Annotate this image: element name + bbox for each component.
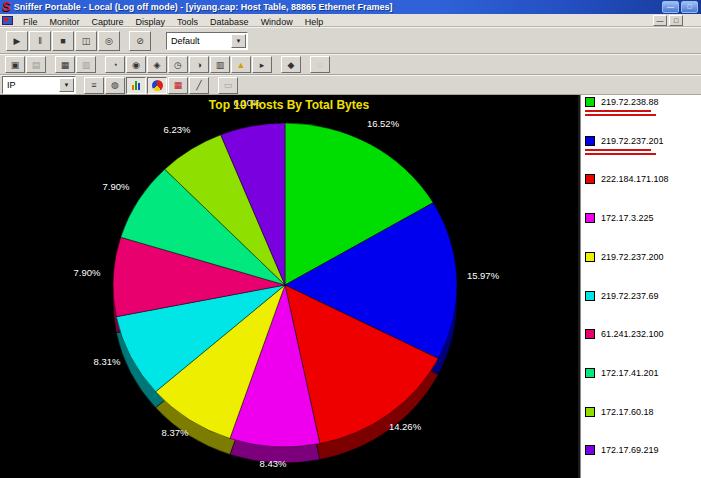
stop-capture-button[interactable]: ■ <box>52 31 74 51</box>
legend-underline <box>585 149 651 151</box>
sniffer-portable-window: S Sniffer Portable - Local (Log off mode… <box>0 0 701 478</box>
legend-swatch <box>585 445 595 455</box>
chart-legend: 219.72.238.88219.72.237.201222.184.171.1… <box>578 95 701 478</box>
decode-button[interactable]: ▸ <box>252 56 272 73</box>
legend-label: 172.17.41.201 <box>601 368 659 379</box>
legend-swatch <box>585 368 595 378</box>
legend-swatch <box>585 213 595 223</box>
legend-underline <box>585 153 656 155</box>
legend-swatch <box>585 291 595 301</box>
document-icon <box>2 16 13 25</box>
legend-label: 219.72.237.201 <box>601 136 664 147</box>
pie-percent-label: 6.23% <box>164 124 191 135</box>
pie-chart: 16.52%15.97%14.26%8.43%8.37%8.31%7.90%7.… <box>0 95 578 478</box>
legend-item[interactable]: 172.17.69.219 <box>585 445 659 478</box>
sniffer-logo-icon: S <box>2 1 11 13</box>
pause-capture-button[interactable]: ‖ <box>29 31 51 51</box>
find-button[interactable]: ◎ <box>98 31 120 51</box>
capture-panel-button[interactable]: ◫ <box>75 31 97 51</box>
legend-underline <box>585 110 651 112</box>
legend-item[interactable]: 219.72.237.69 <box>585 291 659 329</box>
outline-view-button[interactable]: ≡ <box>84 77 104 94</box>
protocol-combobox-value: IP <box>3 80 59 90</box>
host-table-button[interactable]: ◉ <box>126 56 146 73</box>
profile-combobox-value: Default <box>167 36 231 46</box>
open-file-button[interactable]: ▣ <box>5 56 25 73</box>
legend-item[interactable]: 172.17.60.18 <box>585 407 654 445</box>
legend-swatch <box>585 252 595 262</box>
main-toolbar: ▣ ▤ ▦ ▥ ◔ ◉ ◈ ◷ ◑ ▥ ▲ ▸ ◆ ◌ <box>0 54 701 75</box>
pie-chart-view-button[interactable] <box>147 77 167 94</box>
legend-item[interactable]: 61.241.232.100 <box>585 329 664 367</box>
chevron-down-icon[interactable]: ▼ <box>231 34 246 48</box>
pie-percent-label: 8.43% <box>260 458 287 469</box>
legend-item[interactable]: 219.72.238.88 <box>585 97 659 135</box>
legend-label: 219.72.237.200 <box>601 252 664 263</box>
legend-label: 222.184.171.108 <box>601 174 669 185</box>
print-button[interactable]: ▦ <box>55 56 75 73</box>
legend-swatch <box>585 329 595 339</box>
alarm-log-button[interactable]: ▲ <box>231 56 251 73</box>
stop-monitor-button[interactable]: ◌ <box>310 56 330 73</box>
line-chart-view-button[interactable]: ╱ <box>189 77 209 94</box>
protocol-distribution-button[interactable]: ◑ <box>189 56 209 73</box>
pie-percent-label: 7.90% <box>74 267 101 278</box>
legend-swatch <box>585 174 595 184</box>
child-restore-button[interactable]: □ <box>669 15 683 26</box>
global-statistics-button[interactable]: ▥ <box>210 56 230 73</box>
legend-swatch <box>585 97 595 107</box>
chart-title: Top 10 Hosts By Total Bytes <box>0 98 578 112</box>
protocol-combobox[interactable]: IP ▼ <box>2 76 76 94</box>
legend-label: 61.241.232.100 <box>601 329 664 340</box>
dashboard-button[interactable]: ◔ <box>105 56 125 73</box>
view-toolbar: IP ▼ ≡ ◍ ▦ ╱ ▭ <box>0 75 701 95</box>
legend-item[interactable]: 219.72.237.201 <box>585 136 664 174</box>
profile-combobox[interactable]: Default ▼ <box>166 32 248 50</box>
print-preview-button[interactable]: ▥ <box>76 56 96 73</box>
legend-swatch <box>585 136 595 146</box>
legend-label: 172.17.60.18 <box>601 407 654 418</box>
capture-toolbar: ▶ ‖ ■ ◫ ◎ ⊘ Default ▼ <box>0 27 701 54</box>
pie-chart-panel: 16.52%15.97%14.26%8.43%8.37%8.31%7.90%7.… <box>0 95 578 478</box>
legend-item[interactable]: 172.17.41.201 <box>585 368 659 406</box>
legend-item[interactable]: 222.184.171.108 <box>585 174 669 212</box>
pie-chart-icon <box>152 80 163 91</box>
matrix-button[interactable]: ◈ <box>147 56 167 73</box>
history-samples-button[interactable]: ◷ <box>168 56 188 73</box>
map-view-button[interactable]: ◍ <box>105 77 125 94</box>
export-button[interactable]: ▭ <box>218 77 238 94</box>
minimize-button[interactable]: — <box>662 1 679 13</box>
legend-label: 172.17.3.225 <box>601 213 654 224</box>
legend-label: 172.17.69.219 <box>601 445 659 456</box>
legend-label: 219.72.238.88 <box>601 97 659 108</box>
legend-swatch <box>585 407 595 417</box>
define-filter-button[interactable]: ⊘ <box>129 31 151 51</box>
pie-percent-label: 14.26% <box>389 421 422 432</box>
chevron-down-icon[interactable]: ▼ <box>59 78 74 92</box>
legend-label: 219.72.237.69 <box>601 291 659 302</box>
pie-percent-label: 7.90% <box>103 181 130 192</box>
detail-table-button[interactable]: ▦ <box>168 77 188 94</box>
start-capture-button[interactable]: ▶ <box>6 31 28 51</box>
legend-underline <box>585 114 656 116</box>
bar-chart-view-button[interactable] <box>126 77 146 94</box>
maximize-button[interactable]: □ <box>681 1 698 13</box>
pie-percent-label: 8.31% <box>94 356 121 367</box>
pie-percent-label: 16.52% <box>367 118 400 129</box>
help-button[interactable]: ◆ <box>281 56 301 73</box>
legend-item[interactable]: 172.17.3.225 <box>585 213 654 251</box>
bar-chart-icon <box>132 80 140 90</box>
save-button[interactable]: ▤ <box>26 56 46 73</box>
pie-percent-label: 15.97% <box>467 270 500 281</box>
menu-bar: FileMonitorCaptureDisplayToolsDatabaseWi… <box>0 14 701 27</box>
child-minimize-button[interactable]: — <box>653 15 667 26</box>
legend-item[interactable]: 219.72.237.200 <box>585 252 664 290</box>
pie-percent-label: 8.37% <box>162 427 189 438</box>
